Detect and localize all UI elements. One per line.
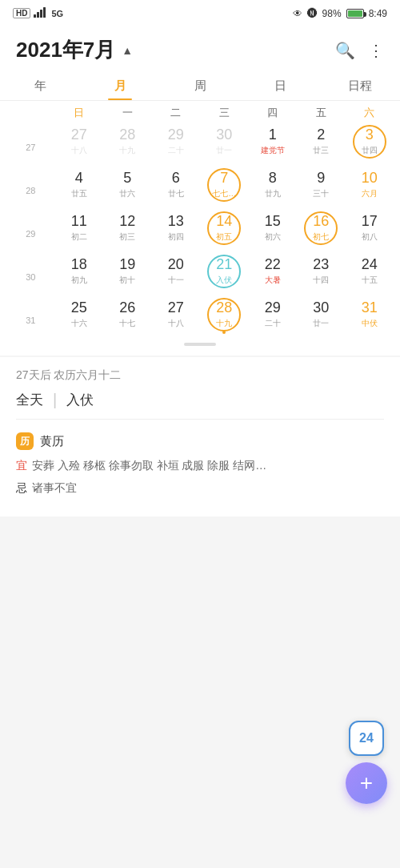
day-jul28[interactable]: 28 十九 xyxy=(200,296,249,338)
week-num-28: 28 xyxy=(6,167,55,208)
calendar-grid: 日 一 二 三 四 五 六 27 27十八 28十九 29二十 30廿一 1建党… xyxy=(0,101,400,346)
allday-label: 全天 xyxy=(16,391,43,409)
day-jun28[interactable]: 28十九 xyxy=(103,123,152,165)
day-jul7[interactable]: 7 七七… xyxy=(200,167,249,208)
more-button[interactable]: ⋮ xyxy=(368,41,384,60)
day-jul2[interactable]: 2廿三 xyxy=(297,123,346,165)
day-jul3[interactable]: 3 廿四 xyxy=(346,123,394,165)
day-jul16[interactable]: 16 初七 xyxy=(297,210,346,251)
svg-rect-2 xyxy=(40,10,42,18)
header-tue: 二 xyxy=(152,106,201,120)
huangli-section: 历 黄历 宜 安葬 入殓 移柩 徐事勿取 补垣 成服 除服 结网… 忌 诸事不宜 xyxy=(16,429,384,505)
day-jul24[interactable]: 24十五 xyxy=(346,253,394,295)
allday-divider: | xyxy=(53,391,57,409)
tab-day[interactable]: 日 xyxy=(240,74,320,100)
allday-event: 入伏 xyxy=(66,391,94,409)
huangli-icon-text: 历 xyxy=(20,435,30,448)
clock: 8:49 xyxy=(369,8,387,19)
month-year-label: 2021年7月 xyxy=(16,36,115,64)
day-jul23[interactable]: 23十四 xyxy=(297,253,346,295)
cal-week-27: 27 27十八 28十九 29二十 30廿一 1建党节 2廿三 3 廿四 xyxy=(6,123,394,165)
day-jul9[interactable]: 9三十 xyxy=(297,167,346,208)
huangli-title: 黄历 xyxy=(40,434,64,449)
header-mon: 一 xyxy=(103,106,152,120)
week-num-col-header xyxy=(6,106,55,120)
day-jun30[interactable]: 30廿一 xyxy=(200,123,249,165)
day-dot-jul28 xyxy=(222,331,226,334)
day-jul1[interactable]: 1建党节 xyxy=(249,123,298,165)
battery-icon xyxy=(346,9,364,18)
huangli-ji-content: 诸事不宜 xyxy=(32,479,77,496)
tab-week[interactable]: 周 xyxy=(160,74,240,100)
day-jul26[interactable]: 26十七 xyxy=(103,296,152,338)
status-left: HD 5G xyxy=(13,6,63,20)
day-jul10[interactable]: 10六月 xyxy=(346,167,394,208)
day-jul25[interactable]: 25十六 xyxy=(55,296,104,338)
nfc-icon: 🅝 xyxy=(307,7,318,19)
day-jul15[interactable]: 15初六 xyxy=(249,210,298,251)
drag-handle[interactable] xyxy=(184,343,216,346)
week-day-headers: 日 一 二 三 四 五 六 xyxy=(6,101,394,122)
huangli-yi-content: 安葬 入殓 移柩 徐事勿取 补垣 成服 除服 结网… xyxy=(32,456,266,474)
day-jul4[interactable]: 4廿五 xyxy=(55,167,104,208)
fab-add-icon: + xyxy=(360,770,373,796)
svg-rect-0 xyxy=(34,14,36,18)
day-jul30[interactable]: 30廿一 xyxy=(297,296,346,338)
calendar-title: 2021年7月 ▲ xyxy=(16,36,133,64)
info-allday-row: 全天 | 入伏 xyxy=(16,391,384,420)
day-jun29[interactable]: 29二十 xyxy=(152,123,201,165)
day-jul13[interactable]: 13初四 xyxy=(152,210,201,251)
fab-24-label: 24 xyxy=(359,731,374,745)
calendar-actions: 🔍 ⋮ xyxy=(335,41,384,60)
hd-badge: HD xyxy=(13,8,30,18)
tab-year[interactable]: 年 xyxy=(0,74,80,100)
tab-month[interactable]: 月 xyxy=(80,74,160,100)
day-jul21[interactable]: 21 入伏 xyxy=(200,253,249,295)
day-jul18[interactable]: 18初九 xyxy=(55,253,104,295)
day-jul29[interactable]: 29二十 xyxy=(249,296,298,338)
day-jul12[interactable]: 12初三 xyxy=(103,210,152,251)
huangli-ji-row: 忌 诸事不宜 xyxy=(16,479,384,496)
week-num-31: 31 xyxy=(6,296,55,338)
week-num-29: 29 xyxy=(6,210,55,251)
day-jul19[interactable]: 19初十 xyxy=(103,253,152,295)
header-wed: 三 xyxy=(200,106,249,120)
tab-schedule[interactable]: 日程 xyxy=(320,74,400,100)
header-fri: 五 xyxy=(297,106,346,120)
day-jul17[interactable]: 17初八 xyxy=(346,210,394,251)
header-sat: 六 xyxy=(346,106,394,120)
search-button[interactable]: 🔍 xyxy=(335,41,355,60)
day-jul22[interactable]: 22大暑 xyxy=(249,253,298,295)
day-jul27[interactable]: 27十八 xyxy=(152,296,201,338)
day-jun27[interactable]: 27十八 xyxy=(55,123,104,165)
info-section: 27天后 农历六月十二 全天 | 入伏 历 黄历 宜 安葬 入殓 移柩 徐事勿取… xyxy=(0,357,400,516)
view-tabs: 年 月 周 日 日程 xyxy=(0,70,400,101)
svg-rect-3 xyxy=(43,7,46,18)
day-jul31[interactable]: 31中伏 xyxy=(346,296,394,338)
header-arrow[interactable]: ▲ xyxy=(122,44,133,57)
signal-strength xyxy=(34,6,48,20)
header-sun: 日 xyxy=(55,106,104,120)
cal-week-29: 29 11初二 12初三 13初四 14 初五 15初六 16 初七 17初八 xyxy=(6,210,394,251)
header-thu: 四 xyxy=(249,106,298,120)
info-date: 27天后 农历六月十二 xyxy=(16,368,384,383)
day-jul5[interactable]: 5廿六 xyxy=(103,167,152,208)
day-jul8[interactable]: 8廿九 xyxy=(249,167,298,208)
battery-pct: 98% xyxy=(322,8,342,19)
fab-24-button[interactable]: 24 xyxy=(349,721,384,756)
status-bar: HD 5G 👁 🅝 98% 8:49 xyxy=(0,0,400,23)
fab-add-button[interactable]: + xyxy=(346,762,387,804)
cal-week-28: 28 4廿五 5廿六 6廿七 7 七七… 8廿九 9三十 10六月 xyxy=(6,167,394,208)
calendar-container: 2021年7月 ▲ 🔍 ⋮ 年 月 周 日 日程 日 一 二 三 四 五 六 2… xyxy=(0,23,400,356)
day-jul6[interactable]: 6廿七 xyxy=(152,167,201,208)
huangli-yi-row: 宜 安葬 入殓 移柩 徐事勿取 补垣 成服 除服 结网… xyxy=(16,456,384,474)
network-type: 5G xyxy=(51,9,63,18)
cal-week-31: 31 25十六 26十七 27十八 28 十九 29二十 30廿一 31中伏 xyxy=(6,296,394,338)
huangli-header: 历 黄历 xyxy=(16,432,384,450)
day-jul14[interactable]: 14 初五 xyxy=(200,210,249,251)
week-num-30: 30 xyxy=(6,253,55,295)
cal-week-30: 30 18初九 19初十 20十一 21 入伏 22大暑 23十四 24十五 xyxy=(6,253,394,295)
day-jul11[interactable]: 11初二 xyxy=(55,210,104,251)
huangli-yi-label: 宜 xyxy=(16,456,27,474)
day-jul20[interactable]: 20十一 xyxy=(152,253,201,295)
